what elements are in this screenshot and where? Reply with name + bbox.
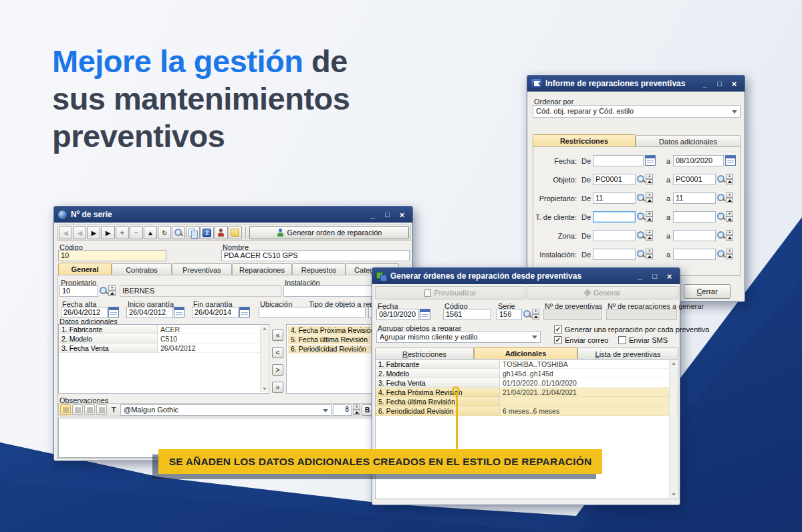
codigo-input[interactable]: 10 [58,250,166,261]
search-icon[interactable] [636,249,646,259]
fecha-a-input[interactable]: 08/10/2020 [673,155,724,166]
adicionales-table[interactable]: 1. FabricanteTOSHIBA..TOSHIBA 2. Modelog… [375,359,678,499]
search-icon[interactable] [636,174,646,184]
checkbox-enviar-sms[interactable]: Enviar SMS [618,336,668,344]
last-record-button[interactable]: ▶ [101,226,114,239]
table-row-highlighted[interactable]: 4. Fecha Próxima Revisión21/04/2021..21/… [376,388,678,397]
previsualizar-button[interactable]: Previsualizar [375,286,525,299]
maximize-button[interactable]: □ [713,78,726,89]
calendar-icon[interactable] [725,155,736,166]
instalacion-a-input[interactable] [673,249,716,260]
minimize-button[interactable]: _ [634,271,646,281]
search-icon[interactable] [716,193,726,203]
search-button[interactable] [172,226,185,239]
align-left-button[interactable] [60,404,71,415]
next-record-button[interactable]: ▶ [87,226,100,239]
zona-de-input[interactable] [593,230,636,241]
move-all-left-button[interactable]: « [272,329,283,341]
close-button[interactable]: × [728,78,741,89]
tab-restricciones[interactable]: Restricciones [533,134,636,147]
calendar-icon[interactable] [108,307,119,317]
table-row[interactable]: 2. Modelogh145d..gh145d [376,369,678,378]
objeto-a-input[interactable]: PC0001 [673,174,716,185]
generar-button[interactable]: Generar [527,286,678,299]
refresh-button[interactable]: ↻ [158,226,171,239]
serie-input[interactable]: 156 [497,309,522,320]
close-button[interactable]: × [396,209,408,220]
font-picker-icon[interactable]: T [108,406,119,414]
search-icon[interactable] [716,212,726,222]
ordenar-por-select[interactable]: Cód. obj. reparar y Cód. estilo [533,105,741,118]
codigo-input[interactable]: 1561 [443,309,491,320]
cerrar-button[interactable]: Cerrar [684,284,730,299]
tab-contratos[interactable]: Contratos [112,263,172,275]
notes-button[interactable] [229,226,242,239]
search-icon[interactable] [636,193,646,203]
tab-reparaciones[interactable]: Reparaciones [232,263,292,275]
table-row[interactable]: 1. FabricanteTOSHIBA..TOSHIBA [376,360,678,369]
search-icon[interactable] [99,286,108,296]
scrollbar[interactable] [260,325,268,392]
tcliente-a-input[interactable] [673,211,716,223]
fecha-de-input[interactable] [593,155,644,166]
spinner-control[interactable] [646,249,653,260]
maximize-button[interactable]: □ [648,271,661,281]
edit-record-button[interactable]: ▲ [144,226,157,239]
calendar-icon[interactable] [239,307,250,317]
delete-record-button[interactable]: − [130,226,143,239]
generar-orden-button[interactable]: Generar orden de reparación [249,226,409,239]
table-row[interactable]: 3. Fecha Venta01/10/2020..01/10/2020 [376,378,678,388]
search-icon[interactable] [636,212,646,222]
add-record-button[interactable]: + [116,226,129,239]
tab-preventivas[interactable]: Preventivas [172,263,232,275]
prev-record-button[interactable]: ◀ [73,226,86,239]
first-record-button[interactable]: ◀ [59,226,72,239]
tab-general[interactable]: General [58,263,112,275]
search-icon[interactable] [716,249,726,259]
spinner-control[interactable] [646,211,653,223]
spinner-control[interactable] [532,309,539,320]
serie-titlebar[interactable]: Nº de serie _ □ × [54,207,412,223]
nombre-input[interactable]: PDA ACER C510 GPS [221,250,410,261]
scrollbar[interactable] [669,360,677,498]
search-icon[interactable] [716,231,726,241]
move-right-button[interactable]: > [272,364,283,376]
copy-button[interactable] [186,226,199,239]
checkbox-enviar-correo[interactable]: ✓ Enviar correo [554,336,608,344]
calendar-icon[interactable] [420,309,430,319]
tab-repuestos[interactable]: Repuestos [292,263,346,275]
font-size-input[interactable]: 8 [333,404,352,416]
calendar-icon[interactable] [174,307,184,317]
objeto-de-input[interactable]: PC0001 [593,174,636,185]
font-size-spinner[interactable] [353,404,360,416]
search-icon[interactable] [636,231,646,241]
ubicacion-input[interactable] [259,307,366,318]
dato-name[interactable]: 3. Fecha Venta [59,344,158,353]
spinner-control[interactable] [646,192,653,204]
propietario-a-input[interactable]: 11 [673,192,716,204]
align-right-button[interactable] [84,404,95,415]
tab-adicionales[interactable]: Adicionales [474,347,577,360]
propietario-input[interactable]: 10 [59,285,98,297]
dato-value[interactable]: 26/04/2012 [158,344,269,353]
fecha-input[interactable]: 08/10/2020 [376,309,419,320]
agrupar-select[interactable]: Agrupar mismo cliente y estilo [376,331,541,343]
spinner-control[interactable] [726,174,733,185]
datos-adicionales-list[interactable]: 1. FabricanteACER 2. ModeloC510 3. Fecha… [58,324,269,394]
tab-restricciones[interactable]: Restricciones [375,348,474,360]
close-button[interactable]: × [663,271,676,281]
dato-value[interactable]: C510 [158,334,269,344]
dato-name[interactable]: 1. Fabricante [59,325,158,334]
tab-lista-preventivas[interactable]: Lista de preventivas [577,348,678,360]
generar-titlebar[interactable]: Generar órdenes de reparación desde prev… [372,268,680,284]
spinner-control[interactable] [726,249,733,260]
table-row-highlighted[interactable]: 6. Periodicidad Revisión6 meses..6 meses [376,406,678,416]
spinner-control[interactable] [108,285,116,297]
tcliente-de-input[interactable] [593,211,636,223]
zona-a-input[interactable] [673,230,716,241]
spinner-control[interactable] [726,230,733,241]
align-justify-button[interactable] [96,404,107,415]
minimize-button[interactable]: _ [698,78,711,89]
spinner-control[interactable] [726,211,733,223]
align-center-button[interactable] [72,404,83,415]
